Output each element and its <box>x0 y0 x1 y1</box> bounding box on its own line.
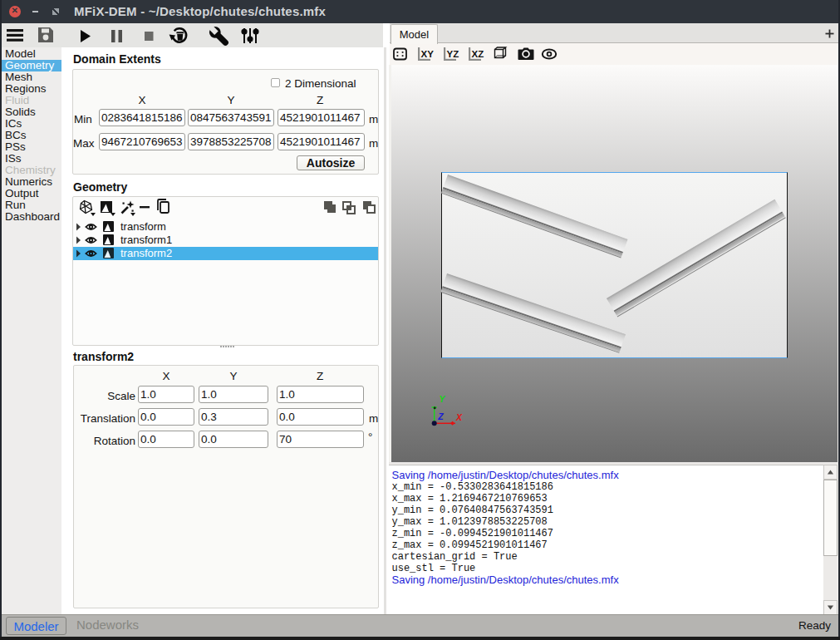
svg-text:XZ: XZ <box>472 49 484 59</box>
svg-text:XY: XY <box>421 49 435 59</box>
svg-text:Z: Z <box>437 411 444 421</box>
svg-text:Y: Y <box>440 394 446 404</box>
svg-text:YZ: YZ <box>447 49 459 59</box>
svg-text:X: X <box>455 412 463 422</box>
